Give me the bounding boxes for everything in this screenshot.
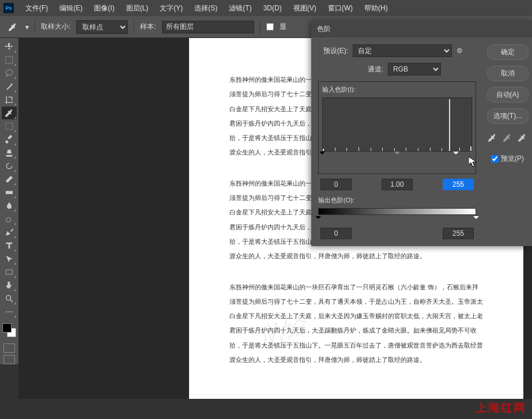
show-sampling-label: 显: [280, 22, 286, 32]
type-tool[interactable]: [2, 239, 17, 252]
app-icon: Ps: [3, 3, 14, 13]
dodge-tool[interactable]: [2, 213, 17, 225]
rectangle-tool[interactable]: [2, 266, 17, 278]
menu-window[interactable]: 窗口(W): [323, 1, 357, 16]
menu-select[interactable]: 选择(S): [190, 1, 222, 16]
svg-point-4: [6, 217, 11, 222]
blur-tool[interactable]: [2, 199, 17, 212]
clone-stamp-tool[interactable]: [2, 146, 17, 159]
menu-type[interactable]: 文字(Y): [155, 1, 187, 16]
svg-rect-5: [6, 270, 13, 274]
eraser-tool[interactable]: [2, 173, 17, 186]
svg-rect-0: [6, 56, 13, 63]
cancel-button[interactable]: 取消: [487, 66, 529, 81]
menu-help[interactable]: 帮助(H): [360, 1, 393, 16]
svg-point-6: [6, 296, 11, 300]
menu-bar: Ps 文件(F) 编辑(E) 图像(I) 图层(L) 文字(Y) 选择(S) 滤…: [0, 0, 532, 16]
sample-label: 样本:: [140, 22, 156, 32]
channel-select[interactable]: RGB: [388, 63, 441, 76]
menu-view[interactable]: 视图(V): [289, 1, 321, 16]
preset-select[interactable]: 自定: [353, 44, 452, 57]
histogram[interactable]: [322, 97, 472, 152]
quickmask-icon[interactable]: [3, 343, 15, 353]
crop-tool[interactable]: [2, 93, 17, 106]
preset-label: 预设(E):: [318, 46, 348, 56]
foreground-color[interactable]: [2, 323, 12, 333]
sample-size-label: 取样大小:: [41, 22, 70, 32]
sample-size-select[interactable]: 取样点: [76, 20, 128, 34]
menu-edit[interactable]: 编辑(E): [55, 1, 87, 16]
frame-tool[interactable]: [2, 120, 17, 133]
pen-tool[interactable]: [2, 226, 17, 239]
preview-label: 预览(P): [501, 154, 524, 164]
preview-checkbox[interactable]: 预览(P): [491, 154, 524, 164]
gamma-slider[interactable]: [394, 152, 400, 157]
paragraph: 东胜神州的傲来国花果山的一块巨石孕育出了一只明灵石猴（六小龄童 饰），石猴后来拜…: [229, 280, 483, 368]
preview-checkbox-input[interactable]: [491, 155, 499, 163]
move-tool[interactable]: [2, 40, 17, 53]
menu-file[interactable]: 文件(F): [21, 1, 52, 16]
chevron-down-icon[interactable]: ▾: [25, 23, 29, 31]
black-eyedropper-icon[interactable]: [488, 133, 498, 144]
channel-label: 通道:: [353, 65, 383, 74]
gradient-tool[interactable]: [2, 186, 17, 199]
gear-icon[interactable]: ⚙: [456, 47, 463, 55]
output-black-value[interactable]: [320, 228, 352, 239]
show-sampling-ring-checkbox[interactable]: [266, 23, 274, 31]
options-button[interactable]: 选项(T)...: [487, 108, 529, 124]
eyedropper-icon: [6, 20, 20, 34]
svg-rect-2: [6, 123, 13, 130]
auto-button[interactable]: 自动(A): [487, 87, 529, 103]
watermark: 上海红网: [476, 400, 526, 416]
input-black-value[interactable]: [320, 179, 352, 190]
input-gamma-value[interactable]: [382, 179, 413, 190]
brush-tool[interactable]: [2, 133, 17, 146]
sample-layers-input[interactable]: [162, 21, 254, 33]
screenmode-icon[interactable]: [3, 355, 15, 364]
output-levels-label: 输出色阶(O):: [318, 196, 476, 205]
gray-eyedropper-icon[interactable]: [503, 133, 513, 144]
lasso-tool[interactable]: [2, 67, 17, 80]
zoom-tool[interactable]: [2, 292, 17, 305]
input-levels-label: 输入色阶(I):: [322, 85, 472, 94]
output-black-slider[interactable]: [315, 216, 321, 222]
eyedropper-tool[interactable]: [2, 107, 17, 119]
black-point-slider[interactable]: [319, 152, 325, 157]
menu-layer[interactable]: 图层(L): [122, 1, 153, 16]
white-eyedropper-icon[interactable]: [518, 133, 528, 144]
history-brush-tool[interactable]: [2, 160, 17, 172]
edit-toolbar[interactable]: ⋯: [2, 305, 17, 318]
menu-3d[interactable]: 3D(D): [259, 2, 286, 14]
input-levels-box: 输入色阶(I):: [318, 81, 476, 174]
svg-point-1: [11, 84, 13, 85]
path-select-tool[interactable]: [2, 252, 17, 265]
menu-image[interactable]: 图像(I): [89, 1, 119, 16]
white-point-slider[interactable]: [453, 152, 459, 157]
dialog-title[interactable]: 色阶: [311, 21, 532, 37]
svg-rect-3: [6, 191, 13, 194]
output-gradient[interactable]: [318, 208, 476, 215]
marquee-tool[interactable]: [2, 54, 17, 66]
menu-filter[interactable]: 滤镜(T): [224, 1, 256, 16]
levels-dialog: 色阶 预设(E): 自定 ⚙ 通道: RGB 输入色阶(I):: [311, 21, 532, 246]
magic-wand-tool[interactable]: [2, 80, 17, 93]
color-swatches[interactable]: [1, 322, 17, 338]
input-white-value[interactable]: [443, 179, 474, 190]
ok-button[interactable]: 确定: [487, 44, 529, 60]
tools-panel: ⋯: [0, 38, 18, 364]
hand-tool[interactable]: [2, 279, 17, 292]
output-white-slider[interactable]: [473, 216, 479, 222]
output-white-value[interactable]: [443, 228, 474, 239]
